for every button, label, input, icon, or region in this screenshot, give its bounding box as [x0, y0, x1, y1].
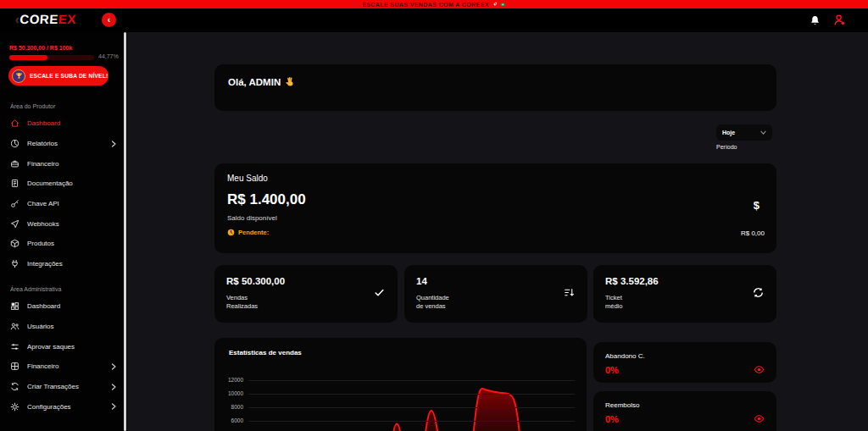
sidebar-item-documentacao[interactable]: Documentação — [0, 174, 127, 194]
sidebar-item-label: Financeiro — [27, 160, 58, 168]
sidebar-item-label: Documentação — [27, 180, 73, 187]
swap-icon — [10, 382, 19, 391]
sidebar-item-label: Aprovar saques — [27, 343, 75, 351]
chevron-right-icon — [110, 403, 117, 410]
balance-card: Meu Saldo R$ 1.400,00 Saldo disponível P… — [214, 163, 776, 253]
stat-label: Quantidade — [416, 294, 449, 301]
users-icon — [10, 322, 19, 331]
sidebar-item-configuracoes[interactable]: Configurações — [0, 396, 127, 417]
plug-icon — [10, 259, 19, 268]
sidebar-item-integracoes[interactable]: Integrações — [0, 254, 127, 274]
money-icon — [500, 2, 506, 8]
stat-value: R$ 50.300,00 — [226, 276, 386, 286]
key-icon — [10, 199, 19, 208]
sidebar-item-admin-financeiro[interactable]: Financeiro — [0, 356, 127, 377]
sidebar-item-label: Produtos — [27, 240, 54, 247]
sidebar-item-label: Dashboard — [27, 119, 60, 127]
chevron-right-icon — [110, 384, 117, 390]
sidebar-item-usuarios[interactable]: Usuários — [0, 317, 127, 337]
sidebar-item-financeiro[interactable]: Financeiro — [0, 153, 127, 174]
sidebar-item-criar-transacoes[interactable]: Criar Transações — [0, 377, 127, 397]
coreex-logo: ‹COREEX — [14, 12, 76, 26]
balance-title: Meu Saldo — [227, 174, 764, 183]
welcome-card: Olá, ADMIN — [214, 64, 776, 111]
sidebar-section-admin: Área Administrativa Dashboard Usuários A… — [0, 286, 127, 417]
check-icon — [374, 287, 385, 298]
sidebar-item-relatorios[interactable]: Relatórios — [0, 134, 127, 154]
main-content: Olá, ADMIN Hoje Período Meu Saldo R$ 1.4… — [127, 32, 868, 431]
level-progress-bar — [9, 55, 94, 60]
stat-label: Ticket — [605, 294, 622, 301]
chart-gridline — [248, 421, 575, 422]
balance-subtitle: Saldo disponível — [227, 214, 764, 222]
chart-gridline — [248, 380, 575, 381]
section-label: Área do Produtor — [0, 103, 127, 109]
sales-area-chart — [248, 377, 575, 431]
stat-card-quantidade-vendas: 14 Quantidade de vendas — [404, 265, 587, 323]
period-select-value: Hoje — [722, 130, 735, 135]
chart-gridline — [248, 394, 575, 395]
refresh-icon — [753, 287, 764, 298]
side-card-title: Reembolso — [605, 401, 765, 409]
sidebar-item-label: Relatórios — [27, 140, 58, 147]
sidebar-item-label: Usuários — [27, 323, 54, 330]
stat-label: Vendas — [226, 294, 248, 301]
stat-label: médio — [605, 302, 622, 310]
sort-icon — [564, 287, 575, 298]
side-card-value: 0% — [605, 365, 765, 375]
sidebar-item-label: Configurações — [27, 403, 71, 411]
scale-level-button[interactable]: ESCALE E SUBA DE NÍVEL! — [8, 66, 108, 86]
sidebar-item-label: Criar Transações — [27, 383, 79, 390]
abandono-card: Abandono C. 0% — [593, 342, 776, 383]
notifications-bell-icon[interactable] — [810, 14, 821, 26]
sliders-icon — [10, 342, 19, 351]
wave-hand-icon — [285, 76, 296, 87]
eye-icon[interactable] — [754, 413, 765, 424]
sidebar-item-label: Financeiro — [27, 362, 58, 370]
home-icon — [10, 119, 19, 128]
dollar-icon: $ — [754, 199, 760, 212]
sidebar-section-producer: Área do Produtor Dashboard Relatórios Fi… — [0, 103, 127, 274]
stat-label: Realizadas — [226, 302, 258, 310]
sidebar-item-dashboard[interactable]: Dashboard — [0, 113, 127, 134]
sidebar-collapse-button[interactable]: ‹ — [102, 13, 116, 27]
period-label: Período — [716, 144, 737, 150]
sidebar-item-produtos[interactable]: Produtos — [0, 234, 127, 254]
eye-icon[interactable] — [754, 364, 765, 375]
side-card-title: Abandono C. — [605, 352, 765, 360]
chart-ytick-label: 8000 — [214, 404, 243, 410]
side-card-value: 0% — [605, 414, 765, 424]
logo-core: CORE — [19, 12, 59, 26]
sidebar-item-webhooks[interactable]: Webhooks — [0, 213, 127, 234]
chevron-right-icon — [110, 363, 117, 370]
sidebar: R$ 50.300,00 / R$ 100k 44,77% ESCALE E S… — [0, 32, 127, 431]
trophy-icon — [12, 69, 25, 83]
promo-banner: ESCALE SUAS VENDAS COM A COREEX — [0, 0, 868, 8]
user-profile-icon[interactable] — [833, 14, 846, 26]
period-select[interactable]: Hoje — [716, 124, 772, 141]
collapse-arrow-icon: ‹ — [108, 16, 110, 25]
chart-title: Estatísticas de vendas — [229, 349, 302, 356]
sidebar-item-label: Webhooks — [27, 220, 59, 228]
stat-label: de vendas — [416, 302, 446, 310]
sidebar-item-label: Integrações — [27, 260, 63, 268]
sidebar-item-admin-dashboard[interactable]: Dashboard — [0, 296, 127, 317]
stat-card-ticket-medio: R$ 3.592,86 Ticket médio — [593, 265, 776, 323]
chart-gridline — [248, 407, 575, 408]
sidebar-item-aprovar-saques[interactable]: Aprovar saques — [0, 336, 127, 356]
box-icon — [10, 239, 19, 248]
sidebar-scrollbar[interactable] — [124, 32, 126, 431]
grid-icon — [10, 301, 19, 311]
sidebar-item-label: Dashboard — [27, 302, 60, 310]
rocket-icon — [492, 2, 498, 8]
sales-chart: Estatísticas de vendas 12000100008000600… — [214, 338, 587, 431]
level-progress-percent: 44,77% — [98, 53, 119, 59]
pending-value: R$ 0,00 — [741, 229, 765, 237]
sidebar-item-label: Chave API — [27, 200, 59, 207]
pending-label: Pendente: — [238, 229, 269, 236]
sidebar-item-chave-api[interactable]: Chave API — [0, 194, 127, 214]
document-icon — [10, 179, 19, 188]
send-icon — [10, 219, 19, 229]
stat-value: 14 — [416, 276, 576, 286]
chevron-down-icon — [760, 130, 766, 135]
